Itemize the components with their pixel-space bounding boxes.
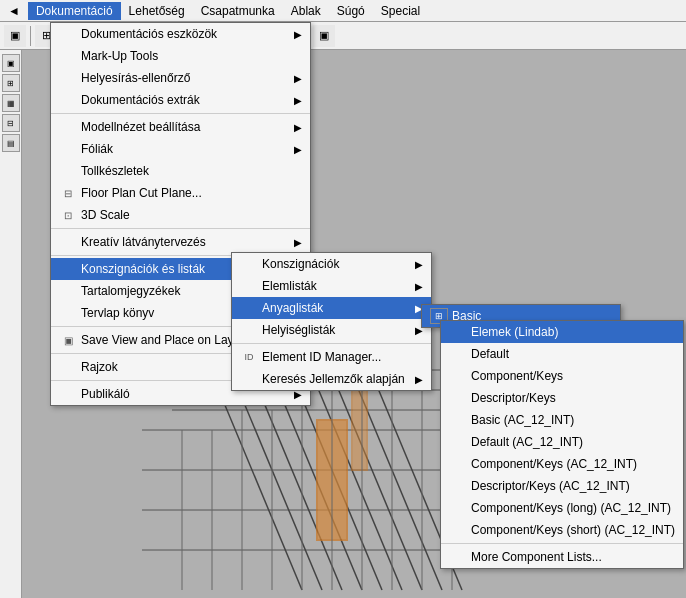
menu-item-component-keys-long-ac12[interactable]: Component/Keys (long) (AC_12_INT) [441, 497, 683, 519]
menu-item-component-keys-short-ac12[interactable]: Component/Keys (short) (AC_12_INT) [441, 519, 683, 541]
menu-icon-11 [59, 305, 77, 321]
menu-l4-icon-11 [449, 549, 467, 565]
menu-back-arrow[interactable]: ◄ [0, 2, 28, 20]
menu-lehetoseg[interactable]: Lehetőség [121, 2, 193, 20]
menu-item-dokumentacios-eszkozok[interactable]: Dokumentációs eszközök ▶ [51, 23, 310, 45]
arrow-icon-6: ▶ [284, 144, 302, 155]
menu-icon-9 [59, 261, 77, 277]
arrow-l2-1: ▶ [405, 259, 423, 270]
menu-item-markup[interactable]: Mark-Up Tools [51, 45, 310, 67]
menu-l2-icon-5 [240, 371, 258, 387]
menu-icon-12 [59, 359, 77, 375]
menu-l4-icon-6 [449, 434, 467, 450]
menu-item-default[interactable]: Default [441, 343, 683, 365]
menu-icon-7 [59, 163, 77, 179]
menu-l4-icon-8 [449, 478, 467, 494]
menu-csapatmunka[interactable]: Csapatmunka [193, 2, 283, 20]
menu-item-more-component-lists[interactable]: More Component Lists... [441, 546, 683, 568]
floor-plan-icon: ⊟ [59, 185, 77, 201]
menu-item-modellnezet[interactable]: Modellnézet beállítása ▶ [51, 116, 310, 138]
menu-item-helyesiras[interactable]: Helyesírás-ellenőrző ▶ [51, 67, 310, 89]
menu-item-kreativ[interactable]: Kreatív látványtervezés ▶ [51, 231, 310, 253]
toolbar-sep-1 [30, 26, 31, 46]
menu-level2: Konszignációk ▶ Elemlisták ▶ Anyaglisták… [231, 252, 432, 391]
menu-icon-4 [59, 92, 77, 108]
menu-icon-6 [59, 141, 77, 157]
arrow-icon-5: ▶ [284, 122, 302, 133]
menu-item-helyiseglistak[interactable]: Helyiséglisták ▶ [232, 319, 431, 341]
menu-item-component-keys[interactable]: Component/Keys [441, 365, 683, 387]
arrow-l2-2: ▶ [405, 281, 423, 292]
3d-scale-icon: ⊡ [59, 207, 77, 223]
left-sidebar: ▣ ⊞ ▦ ⊟ ▤ [0, 50, 22, 598]
menu-icon-2 [59, 48, 77, 64]
menu-item-tollkeszletek[interactable]: Tollkészletek [51, 160, 310, 182]
arrow-icon-8: ▶ [284, 237, 302, 248]
menu-item-descriptor-keys[interactable]: Descriptor/Keys [441, 387, 683, 409]
menu-sep-2 [51, 228, 310, 229]
menu-l4-icon-10 [449, 522, 467, 538]
sidebar-btn-4[interactable]: ⊟ [2, 114, 20, 132]
sidebar-btn-5[interactable]: ▤ [2, 134, 20, 152]
menu-icon-13 [59, 386, 77, 402]
menu-ablak[interactable]: Ablak [283, 2, 329, 20]
menu-l2-sep-1 [232, 343, 431, 344]
menu-item-default-ac12[interactable]: Default (AC_12_INT) [441, 431, 683, 453]
menu-l4-icon-5 [449, 412, 467, 428]
toolbar-btn-1[interactable]: ▣ [4, 25, 26, 47]
menu-l2-icon-1 [240, 256, 258, 272]
menu-l2-icon-4 [240, 322, 258, 338]
menu-icon-8 [59, 234, 77, 250]
svg-rect-18 [352, 390, 367, 470]
menu-l2-icon-2 [240, 278, 258, 294]
menu-item-component-keys-ac12[interactable]: Component/Keys (AC_12_INT) [441, 453, 683, 475]
arrow-icon-4: ▶ [284, 95, 302, 106]
toolbar-btn-13[interactable]: ▣ [313, 25, 335, 47]
save-view-icon: ▣ [59, 332, 77, 348]
menu-bar: ◄ Dokumentáció Lehetőség Csapatmunka Abl… [0, 0, 686, 22]
sidebar-btn-1[interactable]: ▣ [2, 54, 20, 72]
menu-item-elemek-lindab[interactable]: Elemek (Lindab) [441, 321, 683, 343]
menu-l4-icon-3 [449, 368, 467, 384]
menu-dokumentacio[interactable]: Dokumentáció [28, 2, 121, 20]
menu-item-kereses[interactable]: Keresés Jellemzők alapján ▶ [232, 368, 431, 390]
menu-item-konszignaciok[interactable]: Konszignációk ▶ [232, 253, 431, 275]
menu-level4: Elemek (Lindab) Default Component/Keys D… [440, 320, 684, 569]
menu-l4-icon-2 [449, 346, 467, 362]
element-id-icon: ID [240, 349, 258, 365]
menu-item-elemlistak[interactable]: Elemlisták ▶ [232, 275, 431, 297]
menu-l4-sep-1 [441, 543, 683, 544]
arrow-l2-5: ▶ [405, 374, 423, 385]
menu-icon-1 [59, 26, 77, 42]
menu-item-basic-ac12[interactable]: Basic (AC_12_INT) [441, 409, 683, 431]
menu-item-foliák[interactable]: Fóliák ▶ [51, 138, 310, 160]
menu-l4-icon-7 [449, 456, 467, 472]
menu-item-3d-scale[interactable]: ⊡ 3D Scale [51, 204, 310, 226]
menu-sep-1 [51, 113, 310, 114]
arrow-icon-3: ▶ [284, 73, 302, 84]
menu-icon-10 [59, 283, 77, 299]
menu-l4-icon-4 [449, 390, 467, 406]
menu-item-dok-extrak[interactable]: Dokumentációs extrák ▶ [51, 89, 310, 111]
menu-l4-icon-9 [449, 500, 467, 516]
menu-item-descriptor-keys-ac12[interactable]: Descriptor/Keys (AC_12_INT) [441, 475, 683, 497]
menu-sugo[interactable]: Súgó [329, 2, 373, 20]
menu-item-floor-plan[interactable]: ⊟ Floor Plan Cut Plane... [51, 182, 310, 204]
menu-icon-5 [59, 119, 77, 135]
menu-icon-3 [59, 70, 77, 86]
arrow-icon-1: ▶ [284, 29, 302, 40]
menu-special[interactable]: Special [373, 2, 428, 20]
sidebar-btn-3[interactable]: ▦ [2, 94, 20, 112]
menu-l2-icon-3 [240, 300, 258, 316]
menu-l4-icon-1 [449, 324, 467, 340]
menu-item-anyaglistak[interactable]: Anyaglisták ▶ [232, 297, 431, 319]
sidebar-btn-2[interactable]: ⊞ [2, 74, 20, 92]
menu-item-element-id[interactable]: ID Element ID Manager... [232, 346, 431, 368]
